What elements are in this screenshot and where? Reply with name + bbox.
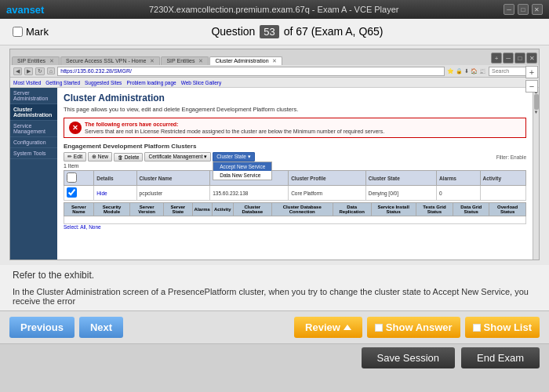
bookmarks-bar: Most Visited Getting Started Suggested S… [10, 78, 539, 88]
scroll-thumb[interactable] [534, 94, 539, 110]
nav-cluster-admin[interactable]: ClusterAdministration [10, 104, 57, 121]
cluster-state-wrapper: Cluster State ▾ Accept New Service Data … [213, 152, 254, 162]
save-session-button[interactable]: Save Session [362, 347, 456, 368]
row-activity [480, 186, 525, 201]
window-controls: ─ □ ✕ [504, 4, 543, 15]
edit-button[interactable]: ✏ Edit [64, 152, 86, 162]
item-count: 1 Item [64, 163, 526, 169]
new-tab-button[interactable]: + [491, 53, 502, 64]
browser-tab-3[interactable]: SIP Entities ✕ [161, 56, 209, 65]
table-row: Hide pcpcluster 135.60.232.138 Core Plat… [64, 186, 526, 201]
previous-button[interactable]: Previous [9, 317, 75, 338]
browser-tab-2[interactable]: Secure Access SSL VPN - Home ✕ [60, 56, 160, 65]
show-answer-button[interactable]: Show Answer [367, 317, 460, 338]
cluster-table: Details Cluster Name Cluster IP Cluster … [64, 170, 526, 201]
bookmark-gettingstarted[interactable]: Getting Started [45, 80, 80, 85]
url-bar[interactable] [57, 67, 445, 76]
select-all[interactable]: Select: All, None [64, 224, 526, 230]
bookmark-webslice[interactable]: Web Slice Gallery [181, 80, 222, 85]
bottom-nav: Previous Next Review Show Answer Show Li… [0, 310, 549, 343]
row-cluster-state: Denying [0/0] [365, 186, 436, 201]
sidebar-nav: ServerAdministration ClusterAdministrati… [10, 88, 57, 260]
home-button[interactable]: ⌂ [47, 67, 55, 74]
error-title: The following errors have occurred: [85, 122, 384, 127]
nav-service-mgmt[interactable]: Service Management [10, 121, 57, 137]
cluster-state-button[interactable]: Cluster State ▾ [213, 152, 254, 162]
review-arrow-icon [344, 325, 351, 330]
nav-server-admin[interactable]: ServerAdministration [10, 88, 57, 104]
nav-system-tools[interactable]: System Tools [10, 148, 57, 159]
row-cluster-name: pcpcluster [136, 186, 210, 201]
next-button[interactable]: Next [79, 317, 123, 338]
browser-icons: ⭐ 🔒 ⬇ 🏠 📰 [447, 68, 486, 74]
question-info: Question 53 of 67 (Exam A, Q65) [58, 25, 536, 38]
browser-maximize[interactable]: □ [514, 53, 525, 64]
show-list-button[interactable]: Show List [465, 317, 540, 338]
cluster-state-dropdown: Accept New Service Data New Service [213, 162, 272, 180]
minimize-button[interactable]: ─ [504, 4, 514, 15]
delete-button[interactable]: 🗑 Delete [114, 153, 144, 162]
dropdown-accept-new[interactable]: Accept New Service [213, 162, 271, 171]
sub-table-row [64, 216, 526, 224]
bookmark-suggestedsites[interactable]: Suggested Sites [85, 80, 122, 85]
col-details: Details [94, 171, 136, 186]
table-section: Engagement Development Platform Clusters… [64, 143, 526, 230]
col-cluster-name: Cluster Name [136, 171, 210, 186]
scrollbar[interactable]: ▲ ▼ [533, 88, 539, 260]
back-button[interactable]: ◀ [13, 67, 22, 75]
maximize-button[interactable]: □ [518, 4, 529, 15]
new-button[interactable]: ⊕ New [88, 152, 112, 162]
cert-mgmt-button[interactable]: Certificate Management ▾ [144, 152, 211, 162]
exhibit-area: SIP Entities ✕ Secure Access SSL VPN - H… [0, 45, 549, 265]
zoom-in-button[interactable]: + [525, 66, 538, 78]
question-label: Question [211, 25, 255, 38]
browser-navbar: ◀ ▶ ↻ ⌂ ⭐ 🔒 ⬇ 🏠 📰 [10, 65, 539, 78]
zoom-out-button[interactable]: − [525, 80, 538, 93]
table-toolbar: ✏ Edit ⊕ New 🗑 Delete Certificate Manage… [64, 152, 526, 162]
close-button[interactable]: ✕ [532, 4, 543, 15]
col-cluster-profile: Cluster Profile [289, 171, 366, 186]
title-bar: avanset 7230X.examcollection.premium.exa… [0, 0, 549, 19]
question-header: Mark Question 53 of 67 (Exam A, Q65) [0, 19, 549, 45]
col-activity: Activity [480, 171, 525, 186]
mark-checkbox[interactable] [13, 27, 23, 37]
review-button[interactable]: Review [294, 317, 362, 338]
refresh-button[interactable]: ↻ [35, 67, 45, 75]
scroll-down[interactable]: ▼ [534, 110, 539, 114]
main-content: Cluster Administration This page allows … [57, 88, 533, 260]
row-cluster-ip: 135.60.232.138 [210, 186, 289, 201]
question-number: 53 [260, 25, 278, 38]
mark-area: Mark [13, 26, 49, 38]
nav-configuration[interactable]: Configuration [10, 137, 57, 148]
refer-text: Refer to the exhibit. [0, 265, 549, 285]
show-answer-icon [375, 324, 383, 332]
error-box: ✕ The following errors have occurred: Se… [64, 118, 526, 138]
error-text: The following errors have occurred: Serv… [85, 122, 384, 134]
browser-minimize[interactable]: ─ [503, 53, 514, 64]
window-title: 7230X.examcollection.premium.exam.67q - … [149, 5, 399, 14]
content-title: Cluster Administration [64, 93, 526, 103]
browser-content: ServerAdministration ClusterAdministrati… [10, 88, 539, 260]
show-list-icon [473, 324, 481, 332]
filter-text: Filter: Enable [496, 154, 526, 160]
table-section-title: Engagement Development Platform Clusters [64, 143, 526, 150]
browser-close[interactable]: ✕ [526, 53, 537, 64]
app-logo: avanset [6, 4, 44, 16]
bookmark-problemloading[interactable]: Problem loading page [126, 80, 176, 85]
error-icon: ✕ [69, 122, 82, 134]
error-message: Servers that are not in License Restrict… [85, 129, 384, 134]
end-exam-button[interactable]: End Exam [461, 347, 540, 368]
forward-button[interactable]: ▶ [24, 67, 33, 75]
browser-tabs: SIP Entities ✕ Secure Access SSL VPN - H… [10, 49, 539, 65]
browser-tab-4[interactable]: Cluster Administration ✕ [209, 56, 282, 65]
question-text: In the Cluster Administration screen of … [0, 285, 549, 310]
col-alarms: Alarms [436, 171, 480, 186]
dropdown-data-new[interactable]: Data New Service [213, 171, 271, 180]
browser-mockup: SIP Entities ✕ Secure Access SSL VPN - H… [9, 49, 540, 260]
sub-table: Server Name Security Module Server Versi… [64, 202, 526, 224]
zoom-controls: + − [525, 66, 538, 93]
bookmark-mostvisited[interactable]: Most Visited [13, 80, 41, 85]
browser-tab-1[interactable]: SIP Entities ✕ [12, 56, 60, 65]
bottom-action: Save Session End Exam [0, 343, 549, 372]
col-cluster-state: Cluster State [365, 171, 436, 186]
